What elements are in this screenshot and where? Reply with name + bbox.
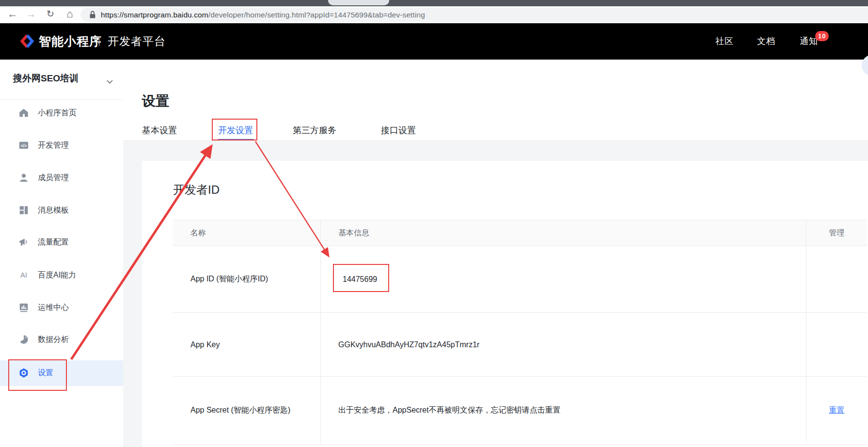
developer-id-table: 名称 基本信息 管理 App ID (智能小程序ID) 14475699 App…	[173, 220, 867, 445]
sidebar-item-label: 小程序首页	[38, 108, 77, 118]
chevron-down-icon[interactable]	[107, 77, 113, 86]
platform-title: 开发者平台	[108, 23, 166, 60]
header-nav-notifications[interactable]: 通知 10	[800, 23, 818, 60]
sidebar-item-label: 开发管理	[38, 140, 69, 151]
table-row: App Secret (智能小程序密匙) 出于安全考虑，AppSecret不再被…	[173, 377, 867, 445]
browser-tab-notch	[328, 0, 389, 5]
row-name: App Secret (智能小程序密匙)	[173, 377, 321, 444]
svg-text:AI: AI	[20, 271, 27, 279]
notification-count-badge: 10	[815, 31, 829, 41]
row-name: App Key	[173, 313, 321, 376]
svg-text:</>: </>	[21, 143, 27, 148]
table-row: App Key GGKvyhvuABdhAyHZ7qtv1zA45pTmrz1r	[173, 313, 867, 377]
app-secret-note: 出于安全考虑，AppSecret不再被明文保存，忘记密钥请点击重置	[321, 377, 806, 444]
app-header: 智能小程序 | 开发者平台 社区 文档 通知 10	[0, 23, 868, 60]
template-icon	[18, 205, 29, 216]
row-action	[806, 313, 867, 376]
active-tab-underline	[218, 139, 253, 140]
column-header-name: 名称	[173, 220, 321, 246]
browser-forward-button[interactable]: →	[23, 6, 39, 22]
section-title: 开发者ID	[173, 182, 220, 198]
browser-reload-button[interactable]: ↻	[43, 6, 58, 22]
browser-home-button[interactable]: ⌂	[62, 6, 78, 22]
sidebar-item-baidu-ai[interactable]: AI 百度AI能力	[18, 269, 76, 281]
page: { "browser": { "icons": { "back": "←", "…	[0, 0, 868, 447]
sidebar-item-members[interactable]: 成员管理	[18, 171, 69, 184]
sidebar: 搜外网SEO培训 小程序首页 </> 开发管理 成员管理	[0, 60, 123, 447]
megaphone-icon	[18, 237, 29, 247]
brand-title: 智能小程序	[39, 23, 102, 60]
app-key-value: GGKvyhvuABdhAyHZ7qtv1zA45pTmrz1r	[321, 313, 806, 376]
app-id-value: 14475699	[321, 246, 806, 312]
row-name: App ID (智能小程序ID)	[173, 246, 321, 312]
smartprogram-logo-icon	[19, 33, 35, 49]
sidebar-item-dev-manage[interactable]: </> 开发管理	[18, 139, 69, 152]
reset-link[interactable]: 重置	[829, 405, 845, 416]
column-header-info: 基本信息	[321, 220, 806, 246]
brand-divider: |	[98, 23, 100, 60]
tab-third-party[interactable]: 第三方服务	[293, 124, 336, 136]
table-header-row: 名称 基本信息 管理	[173, 220, 867, 246]
sidebar-item-analytics[interactable]: 数据分析	[18, 333, 69, 346]
sidebar-item-traffic[interactable]: 流量配置	[18, 236, 69, 248]
row-action: 重置	[806, 377, 867, 444]
sidebar-item-label: 成员管理	[38, 173, 69, 183]
sidebar-item-label: 流量配置	[38, 237, 69, 247]
tab-api-settings[interactable]: 接口设置	[381, 124, 416, 136]
lock-icon	[89, 11, 96, 19]
sidebar-item-label: 数据分析	[38, 335, 69, 345]
page-title: 设置	[142, 92, 169, 110]
avatar[interactable]	[862, 55, 868, 76]
member-icon	[18, 172, 29, 183]
browser-tabstrip	[0, 0, 868, 6]
url-text: https://smartprogram.baidu.com/developer…	[101, 11, 425, 19]
sidebar-item-home[interactable]: 小程序首页	[18, 107, 77, 119]
ops-icon	[18, 302, 29, 313]
sidebar-item-label: 消息模板	[38, 205, 69, 216]
browser-back-button[interactable]: ←	[5, 6, 20, 22]
tabs-divider	[123, 140, 868, 141]
sidebar-item-label: 运维中心	[38, 303, 69, 313]
sidebar-item-templates[interactable]: 消息模板	[18, 204, 69, 216]
url-path: /developer/home/setting.html?appId=14475…	[208, 11, 425, 19]
header-nav-community[interactable]: 社区	[715, 23, 734, 60]
column-header-manage: 管理	[806, 220, 867, 246]
sidebar-item-settings[interactable]: 设置	[18, 367, 53, 379]
row-action	[806, 246, 867, 312]
dev-settings-card: 开发者ID 名称 基本信息 管理 App ID (智能小程序ID) 144756…	[142, 161, 868, 447]
app-switcher[interactable]: 搜外网SEO培训	[13, 72, 79, 85]
header-nav-docs[interactable]: 文档	[757, 23, 775, 60]
analytics-icon	[18, 334, 29, 345]
sidebar-divider	[0, 99, 123, 100]
gear-icon	[18, 368, 29, 378]
address-bar[interactable]: https://smartprogram.baidu.com/developer…	[80, 8, 868, 22]
sidebar-item-ops-center[interactable]: 运维中心	[18, 301, 69, 314]
home-icon	[18, 108, 29, 118]
sidebar-item-label: 设置	[38, 368, 53, 378]
code-icon: </>	[18, 140, 29, 151]
sidebar-item-label: 百度AI能力	[38, 270, 76, 280]
tab-basic-settings[interactable]: 基本设置	[142, 124, 177, 136]
table-row: App ID (智能小程序ID) 14475699	[173, 246, 867, 313]
url-domain: https://smartprogram.baidu.com	[101, 11, 208, 19]
tab-dev-settings[interactable]: 开发设置	[218, 124, 253, 136]
ai-icon: AI	[18, 270, 29, 280]
